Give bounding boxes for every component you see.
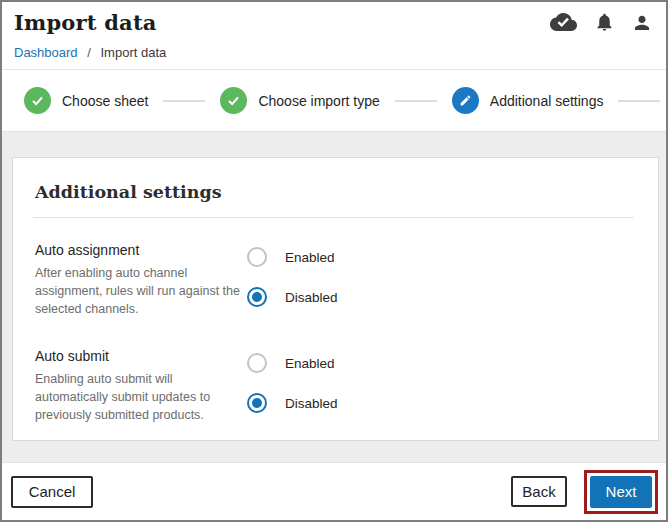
auto-assignment-radio-group: Enabled Disabled [247, 242, 338, 324]
auto-assignment-disabled-option[interactable]: Disabled [247, 284, 338, 310]
step-label: Choose import type [258, 93, 379, 109]
step-circle-current [452, 87, 479, 114]
setting-description: Enabling auto submit will automatically … [35, 370, 240, 424]
step-connector [618, 100, 660, 102]
radio-button[interactable] [247, 287, 267, 307]
next-button-wrapper: Next [590, 476, 652, 508]
import-data-window: Import data Dashboard / Import data [0, 0, 668, 522]
radio-label[interactable]: Disabled [285, 396, 338, 411]
page-header: Import data Dashboard / Import data [2, 2, 666, 70]
cancel-button[interactable]: Cancel [11, 476, 93, 508]
setting-auto-submit: Auto submit Enabling auto submit will au… [35, 348, 634, 430]
step-choose-import-type[interactable]: Choose import type [220, 87, 379, 114]
header-icon-bar [550, 11, 652, 33]
account-person-icon[interactable] [632, 12, 652, 33]
radio-button[interactable] [247, 393, 267, 413]
back-button[interactable]: Back [511, 476, 567, 507]
check-icon [226, 93, 241, 108]
auto-submit-radio-group: Enabled Disabled [247, 348, 338, 430]
step-circle-completed [24, 87, 51, 114]
notifications-bell-icon[interactable] [594, 11, 615, 33]
card-divider [33, 217, 634, 218]
breadcrumb-current: Import data [100, 45, 166, 60]
setting-label: Auto submit [35, 348, 247, 364]
pencil-icon [459, 94, 472, 107]
breadcrumb-separator: / [87, 45, 91, 60]
card-heading: Additional settings [35, 182, 634, 202]
setting-info: Auto submit Enabling auto submit will au… [35, 348, 247, 430]
breadcrumb-dashboard-link[interactable]: Dashboard [14, 45, 78, 60]
radio-button[interactable] [247, 353, 267, 373]
step-choose-sheet[interactable]: Choose sheet [24, 87, 148, 114]
setting-label: Auto assignment [35, 242, 247, 258]
step-label: Choose sheet [62, 93, 148, 109]
radio-label[interactable]: Enabled [285, 356, 335, 371]
footer-action-bar: Cancel Back Next [2, 462, 666, 520]
additional-settings-card: Additional settings Auto assignment Afte… [12, 157, 659, 441]
check-icon [30, 93, 45, 108]
breadcrumb: Dashboard / Import data [14, 45, 654, 60]
next-button[interactable]: Next [590, 476, 652, 508]
auto-submit-enabled-option[interactable]: Enabled [247, 350, 338, 376]
auto-assignment-enabled-option[interactable]: Enabled [247, 244, 338, 270]
cloud-check-icon[interactable] [550, 12, 577, 33]
radio-label[interactable]: Disabled [285, 290, 338, 305]
setting-auto-assignment: Auto assignment After enabling auto chan… [35, 242, 634, 324]
radio-label[interactable]: Enabled [285, 250, 335, 265]
step-circle-completed [220, 87, 247, 114]
setting-description: After enabling auto channel assignment, … [35, 264, 240, 318]
content-area: Additional settings Auto assignment Afte… [2, 132, 666, 462]
setting-info: Auto assignment After enabling auto chan… [35, 242, 247, 324]
step-additional-settings[interactable]: Additional settings [452, 87, 604, 114]
step-label: Additional settings [490, 93, 604, 109]
auto-submit-disabled-option[interactable]: Disabled [247, 390, 338, 416]
radio-button[interactable] [247, 247, 267, 267]
import-wizard-stepper: Choose sheet Choose import type [2, 70, 666, 132]
step-connector [163, 100, 205, 102]
step-connector [395, 100, 437, 102]
